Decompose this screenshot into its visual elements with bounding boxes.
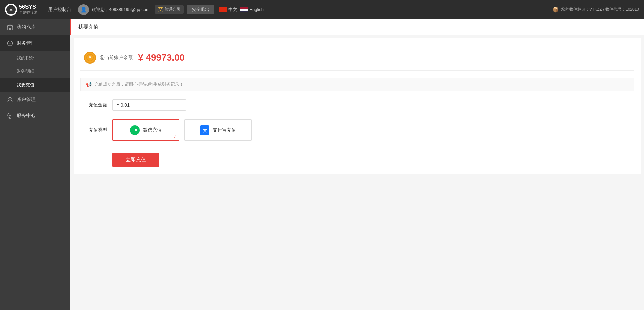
sidebar-warehouse-label: 我的仓库 [17, 24, 36, 30]
alipay-label: 支付宝充值 [213, 127, 236, 133]
svg-point-6 [9, 97, 11, 100]
balance-section: ¥ 您当前账户余额 ¥ 49973.00 [80, 45, 634, 71]
wechat-option[interactable]: 微信充值 [112, 119, 179, 141]
finance-icon: ¥ [7, 40, 13, 47]
logo-subtext: 全易物流通 [19, 10, 38, 15]
sidebar-recharge-label: 我要充值 [17, 82, 34, 88]
logo: 56 56SYS 全易物流通 [5, 4, 38, 16]
main-layout: 我的仓库 ¥ 财务管理 我的积分 财务明细 我要充值 [0, 19, 644, 310]
sidebar: 我的仓库 ¥ 财务管理 我的积分 财务明细 我要充值 [0, 19, 70, 310]
payment-type-label: 充值类型 [80, 127, 107, 133]
amount-input[interactable] [112, 99, 186, 111]
header-user: 👤 欢迎您，409889195@qq.com [78, 4, 150, 15]
header: 56 56SYS 全易物流通 用户控制台 👤 欢迎您，409889195@qq.… [0, 0, 644, 19]
package-info-text: 您的收件标识：VTKZZ / 收件代号：102010 [561, 7, 639, 12]
package-info: 📦 您的收件标识：VTKZZ / 收件代号：102010 [552, 6, 639, 13]
svg-point-7 [9, 115, 11, 116]
payment-type-row: 充值类型 微信充值 [80, 119, 634, 141]
submit-button[interactable]: 立即充值 [112, 153, 159, 167]
flag-cn-icon [219, 7, 227, 12]
account-icon [7, 96, 13, 103]
sidebar-sub-recharge[interactable]: 我要充值 [0, 78, 70, 92]
balance-coin-icon: ¥ [84, 52, 96, 64]
nav-title: 用户控制台 [43, 7, 71, 13]
warehouse-icon [7, 24, 13, 31]
page-title: 我要充值 [70, 19, 644, 35]
payment-options: 微信充值 支 支付宝充值 [112, 119, 252, 141]
sidebar-detail-label: 财务明细 [17, 68, 34, 74]
sidebar-service-label: 服务中心 [17, 113, 36, 119]
user-avatar: 👤 [78, 4, 89, 15]
sidebar-item-finance[interactable]: ¥ 财务管理 [0, 35, 70, 51]
member-badge: V 普通会员 [155, 5, 184, 14]
svg-rect-3 [9, 28, 11, 30]
lang-th[interactable]: English [240, 7, 264, 12]
svg-point-10 [135, 130, 135, 130]
amount-row: 充值金额 [80, 99, 634, 111]
page-body: ¥ 您当前账户余额 ¥ 49973.00 📢 充值成功之后，请耐心等待3秒生成财… [74, 38, 641, 174]
service-icon [7, 112, 13, 119]
alipay-option[interactable]: 支 支付宝充值 [184, 119, 252, 141]
notice-text: 充值成功之后，请耐心等待3秒生成财务记录！ [94, 81, 184, 87]
lang-cn-label: 中文 [228, 7, 237, 13]
member-v-badge: V [158, 7, 163, 12]
sidebar-sub-detail[interactable]: 财务明细 [0, 65, 70, 78]
welcome-text: 欢迎您，409889195@qq.com [92, 7, 150, 13]
sidebar-sub-points[interactable]: 我的积分 [0, 51, 70, 65]
lang-th-label: English [249, 7, 264, 12]
sidebar-points-label: 我的积分 [17, 55, 34, 61]
wechat-label: 微信充值 [143, 127, 162, 133]
alipay-icon: 支 [200, 125, 209, 135]
member-level: 普通会员 [164, 7, 180, 12]
notice-icon: 📢 [86, 82, 92, 87]
svg-text:支: 支 [203, 128, 207, 133]
sidebar-account-label: 账户管理 [17, 97, 36, 103]
submit-row: 立即充值 [112, 149, 634, 167]
balance-label: 您当前账户余额 [100, 55, 133, 61]
svg-text:56: 56 [10, 9, 13, 12]
wechat-icon [130, 125, 140, 135]
balance-amount: ¥ 49973.00 [138, 52, 185, 63]
logo-icon: 56 [5, 4, 17, 16]
logo-text: 56SYS [19, 4, 38, 10]
flag-th-icon [240, 7, 248, 12]
svg-point-11 [136, 130, 136, 130]
logout-button[interactable]: 安全退出 [187, 5, 214, 14]
sidebar-item-service[interactable]: 服务中心 [0, 108, 70, 124]
notice-bar: 📢 充值成功之后，请耐心等待3秒生成财务记录！ [80, 78, 634, 91]
sidebar-item-account[interactable]: 账户管理 [0, 92, 70, 108]
svg-text:¥: ¥ [89, 56, 91, 60]
package-icon: 📦 [552, 6, 559, 13]
content-area: 我要充值 ¥ 您当前账户余额 ¥ 49973.00 📢 充值成功之后，请耐心等待… [70, 19, 644, 310]
sidebar-finance-label: 财务管理 [17, 40, 36, 46]
svg-text:¥: ¥ [9, 42, 11, 45]
language-switcher: 中文 English [219, 7, 264, 13]
amount-label: 充值金额 [80, 102, 107, 108]
lang-cn[interactable]: 中文 [219, 7, 237, 13]
sidebar-item-warehouse[interactable]: 我的仓库 [0, 19, 70, 35]
